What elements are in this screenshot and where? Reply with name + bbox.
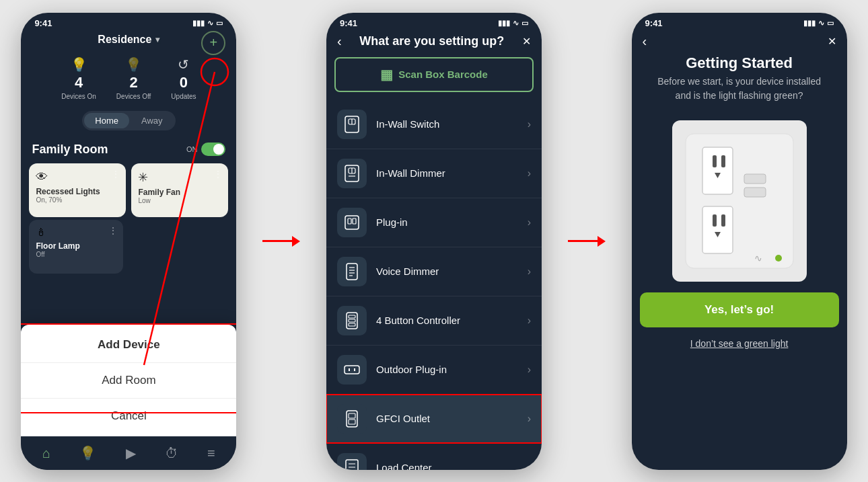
updates-label: Updates	[171, 93, 196, 100]
more-icon[interactable]: ⋮	[111, 169, 120, 179]
devices-nav-icon[interactable]: 💡	[79, 445, 96, 461]
svg-rect-38	[744, 174, 766, 184]
back-icon-2[interactable]: ‹	[337, 34, 342, 49]
room-title: Family Room	[32, 143, 108, 157]
4button-icon-bg	[337, 306, 367, 335]
list-item-voice-dimmer[interactable]: Voice Dimmer ›	[326, 247, 542, 296]
bottom-nav: ⌂ 💡 ▶ ⏱ ≡	[21, 436, 236, 470]
residence-selector[interactable]: Residence ▾	[98, 34, 159, 46]
devices-off-count: 2	[129, 74, 137, 91]
away-mode-btn[interactable]: Away	[131, 113, 174, 128]
schedule-nav-icon[interactable]: ⏱	[165, 446, 178, 461]
light-on-icon: 💡	[71, 56, 87, 73]
no-green-light-link[interactable]: I don’t see a green light	[632, 333, 847, 354]
4button-name: 4 Button Controller	[376, 315, 528, 326]
barcode-icon: ▦	[380, 67, 393, 83]
list-item-outdoor-plugin[interactable]: Outdoor Plug-in ›	[326, 346, 542, 395]
svg-rect-39	[744, 188, 766, 197]
getting-started-title: Getting Started	[632, 52, 847, 75]
home-mode-btn[interactable]: Home	[84, 113, 129, 128]
svg-rect-37	[721, 214, 725, 227]
status-icons-1: ▮▮▮ ∿ ▭	[192, 19, 223, 28]
device-type-list: In-Wall Switch › In-Wall Dimmer ›	[326, 100, 542, 470]
lamp-status: Off	[36, 251, 116, 258]
battery-icon: ▭	[216, 19, 223, 28]
scenes-nav-icon[interactable]: ▶	[126, 445, 136, 461]
arrow-2-to-3	[568, 236, 606, 247]
scan-barcode-button[interactable]: ▦ Scan Box Barcode	[334, 57, 534, 92]
svg-rect-26	[349, 419, 355, 424]
device-card-lamp[interactable]: ⋮ 🕯 Floor Lamp Off	[29, 220, 123, 274]
voice-dimmer-icon-bg	[337, 257, 367, 286]
devices-off-label: Devices Off	[116, 93, 151, 100]
list-item-4button[interactable]: 4 Button Controller ›	[326, 296, 542, 346]
add-room-popup-item[interactable]: Add Room	[21, 363, 236, 399]
yes-lets-go-button[interactable]: Yes, let’s go!	[640, 292, 839, 327]
wifi-icon: ∿	[207, 19, 213, 28]
list-item-inwall-switch[interactable]: In-Wall Switch ›	[326, 100, 542, 149]
add-device-button[interactable]: +	[201, 31, 225, 55]
signal-icon-2: ▮▮▮	[498, 19, 510, 28]
status-bar-1: 9:41 ▮▮▮ ∿ ▭	[21, 13, 236, 31]
status-bar-3: 9:41 ▮▮▮ ∿ ▭	[632, 13, 847, 31]
signal-icon: ▮▮▮	[192, 19, 205, 28]
svg-rect-36	[713, 214, 717, 227]
add-device-popup-item[interactable]: Add Device	[21, 327, 236, 363]
close-icon-3[interactable]: ✕	[828, 35, 836, 48]
recessed-name: Recessed Lights	[36, 187, 119, 196]
load-center-name: Load Center	[376, 462, 528, 470]
plus-icon: +	[210, 35, 218, 50]
recessed-status: On, 70%	[36, 196, 119, 204]
arrow-1-to-2	[262, 236, 300, 247]
stat-devices-off: 💡 2 Devices Off	[116, 56, 151, 100]
list-item-gfci[interactable]: GFCI Outlet ›	[326, 395, 542, 444]
plugin-icon	[342, 213, 361, 232]
svg-rect-21	[345, 366, 359, 374]
stats-row: 💡 4 Devices On 💡 2 Devices Off ↺ 0 Updat…	[21, 51, 236, 106]
wifi-icon-3: ∿	[818, 19, 824, 28]
more-icon-fan[interactable]: ⋮	[213, 169, 223, 179]
inwall-switch-icon-bg	[337, 110, 367, 139]
svg-rect-18	[349, 315, 355, 318]
plugin-name: Plug-in	[376, 216, 528, 228]
arrow-head-2	[598, 236, 606, 247]
list-item-inwall-dimmer[interactable]: In-Wall Dimmer ›	[326, 149, 542, 198]
fan-icon: ✳	[138, 170, 221, 185]
room-toggle-pill[interactable]	[201, 143, 225, 156]
status-icons-2: ▮▮▮ ∿ ▭	[498, 19, 528, 28]
svg-rect-32	[702, 147, 733, 194]
svg-rect-35	[702, 206, 733, 253]
more-icon-lamp[interactable]: ⋮	[108, 225, 118, 236]
svg-rect-10	[348, 218, 351, 224]
svg-rect-19	[349, 319, 355, 322]
outlet-image: ∿	[672, 120, 807, 282]
light-off-icon: 💡	[125, 56, 142, 73]
home-nav-icon[interactable]: ⌂	[42, 446, 50, 461]
close-icon-2[interactable]: ✕	[522, 35, 531, 48]
voice-dimmer-icon	[342, 262, 361, 281]
menu-nav-icon[interactable]: ≡	[207, 446, 215, 461]
svg-rect-33	[713, 155, 717, 167]
phone1-header: Residence ▾ +	[21, 31, 236, 51]
fan-name: Family Fan	[138, 188, 221, 197]
phone-2: 9:41 ▮▮▮ ∿ ▭ ‹ What are you setting up? …	[326, 13, 542, 470]
device-card-recessed[interactable]: ⋮ 👁 Recessed Lights On, 70%	[29, 163, 126, 217]
device-card-fan[interactable]: ⋮ ✳ Family Fan Low	[131, 163, 228, 217]
list-item-load-center[interactable]: Load Center ›	[326, 444, 542, 470]
battery-icon-3: ▭	[827, 19, 834, 28]
toggle-group: Home Away	[82, 111, 175, 130]
on-toggle[interactable]: ON	[186, 143, 226, 156]
list-item-plugin[interactable]: Plug-in ›	[326, 198, 542, 247]
phone2-header: ‹ What are you setting up? ✕	[326, 31, 542, 57]
load-center-icon-bg	[337, 453, 367, 470]
recessed-icon: 👁	[36, 170, 119, 184]
devices-on-count: 4	[75, 74, 83, 91]
yes-btn-label: Yes, let’s go!	[704, 303, 774, 316]
voice-dimmer-chevron: ›	[528, 266, 531, 278]
cancel-popup-item[interactable]: Cancel	[21, 399, 236, 434]
updates-icon: ↺	[178, 56, 189, 73]
action-popup: Add Device Add Room Cancel	[21, 325, 236, 436]
gfci-icon	[342, 409, 361, 428]
inwall-dimmer-chevron: ›	[528, 167, 531, 179]
back-icon-3[interactable]: ‹	[643, 34, 647, 49]
